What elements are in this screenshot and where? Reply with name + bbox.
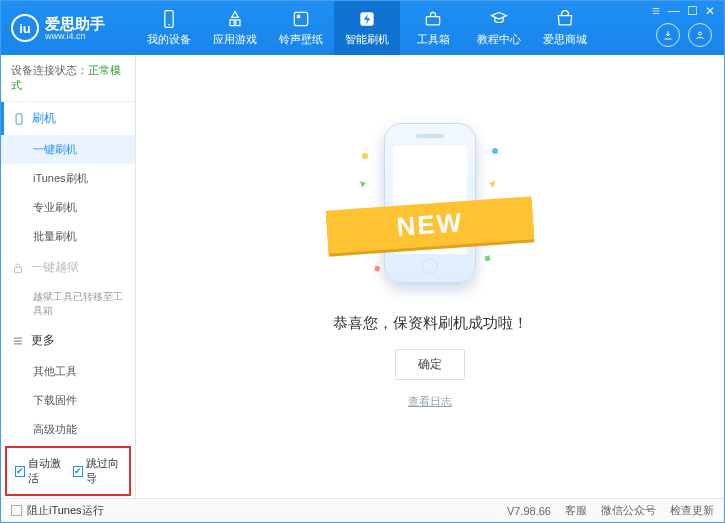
sub-oneclick-flash[interactable]: 一键刷机: [1, 135, 135, 164]
sub-download-firmware[interactable]: 下载固件: [1, 386, 135, 415]
sub-pro-flash[interactable]: 专业刷机: [1, 193, 135, 222]
store-icon: [555, 9, 575, 29]
svg-point-10: [362, 153, 368, 159]
svg-rect-7: [16, 113, 22, 124]
checkbox-auto-activate[interactable]: ✔自动激活: [15, 456, 63, 486]
window-close-button[interactable]: ✕: [702, 5, 718, 17]
success-message: 恭喜您，保资料刷机成功啦！: [333, 314, 528, 333]
phone-icon: [159, 9, 179, 29]
tab-tutorial[interactable]: 教程中心: [466, 1, 532, 55]
update-link[interactable]: 检查更新: [670, 503, 714, 518]
title-right: — ☐ ✕: [642, 1, 724, 55]
app-name: 爱思助手: [45, 16, 105, 31]
main-panel: NEW 恭喜您，保资料刷机成功啦！ 确定 查看日志: [136, 55, 724, 498]
version-label: V7.98.66: [507, 505, 551, 517]
app-logo-icon: iu: [11, 14, 39, 42]
svg-rect-12: [374, 265, 380, 271]
checkbox-skip-guide[interactable]: ✔跳过向导: [73, 456, 121, 486]
wallpaper-icon: [291, 9, 311, 29]
titlebar: iu 爱思助手 www.i4.cn 我的设备 应用游戏 铃声壁纸 智能刷机 工具…: [1, 1, 724, 55]
checkbox-block-itunes[interactable]: 阻止iTunes运行: [11, 503, 104, 518]
sub-batch-flash[interactable]: 批量刷机: [1, 222, 135, 251]
sub-advanced[interactable]: 高级功能: [1, 415, 135, 444]
group-more[interactable]: 更多: [1, 324, 135, 357]
tab-store[interactable]: 爱思商城: [532, 1, 598, 55]
nav-tabs: 我的设备 应用游戏 铃声壁纸 智能刷机 工具箱 教程中心 爱思商城: [136, 1, 642, 55]
svg-point-1: [168, 24, 170, 26]
tab-toolbox[interactable]: 工具箱: [400, 1, 466, 55]
group-flash[interactable]: 刷机: [1, 102, 135, 135]
svg-rect-13: [485, 255, 491, 261]
view-log-link[interactable]: 查看日志: [408, 394, 452, 409]
connection-status: 设备连接状态：正常模式: [1, 55, 135, 102]
menu-icon: [11, 334, 25, 348]
settings-small-icon[interactable]: [648, 5, 664, 17]
svg-rect-5: [426, 17, 439, 25]
footer: 阻止iTunes运行 V7.98.66 客服 微信公众号 检查更新: [1, 498, 724, 522]
download-button[interactable]: [656, 23, 680, 47]
tab-ringtone[interactable]: 铃声壁纸: [268, 1, 334, 55]
user-button[interactable]: [688, 23, 712, 47]
apps-icon: [225, 9, 245, 29]
window-maximize-button[interactable]: ☐: [684, 5, 700, 17]
svg-point-11: [492, 148, 498, 154]
svg-rect-2: [294, 12, 307, 25]
tab-device[interactable]: 我的设备: [136, 1, 202, 55]
tab-flash[interactable]: 智能刷机: [334, 1, 400, 55]
confirm-button[interactable]: 确定: [395, 349, 465, 380]
jailbreak-note: 越狱工具已转移至工具箱: [1, 284, 135, 324]
support-link[interactable]: 客服: [565, 503, 587, 518]
group-jailbreak[interactable]: 一键越狱: [1, 251, 135, 284]
window-minimize-button[interactable]: —: [666, 5, 682, 17]
sidebar: 设备连接状态：正常模式 刷机 一键刷机 iTunes刷机 专业刷机 批量刷机 一…: [1, 55, 136, 498]
svg-point-6: [699, 32, 702, 35]
sub-other-tools[interactable]: 其他工具: [1, 357, 135, 386]
flash-icon: [357, 9, 377, 29]
app-url: www.i4.cn: [45, 31, 105, 41]
flash-options-highlight: ✔自动激活 ✔跳过向导: [5, 446, 131, 496]
svg-rect-8: [15, 267, 22, 272]
sub-itunes-flash[interactable]: iTunes刷机: [1, 164, 135, 193]
lock-icon: [11, 261, 25, 275]
toolbox-icon: [423, 9, 443, 29]
wechat-link[interactable]: 微信公众号: [601, 503, 656, 518]
phone-small-icon: [12, 112, 26, 126]
success-illustration: NEW: [345, 126, 515, 296]
tutorial-icon: [489, 9, 509, 29]
svg-rect-3: [297, 15, 300, 18]
tab-apps[interactable]: 应用游戏: [202, 1, 268, 55]
logo-area: iu 爱思助手 www.i4.cn: [1, 1, 136, 55]
